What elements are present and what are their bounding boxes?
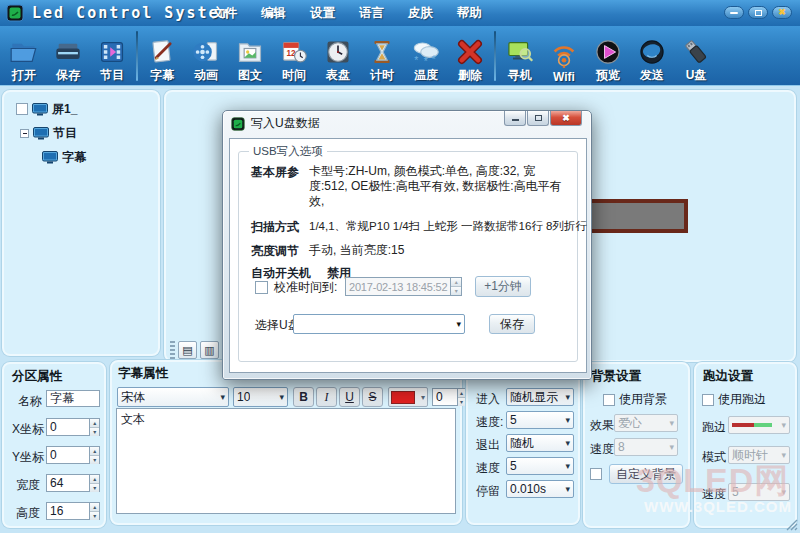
layout-columns-button[interactable]: ▥ [200, 341, 219, 359]
calibrate-datetime-field[interactable]: 2017-02-13 18:45:52 ▴▾ [345, 277, 462, 296]
tool-delete[interactable]: 删除 [448, 28, 492, 84]
spin-up-icon[interactable]: ▴ [451, 278, 461, 286]
subtitle-panel-title: 字幕属性 [118, 365, 168, 382]
usb-options-group: USB写入选项 基本屏参 卡型号:ZH-Um, 颜色模式:单色, 高度:32, … [238, 151, 578, 362]
tool-usb[interactable]: U盘 [674, 28, 718, 84]
tool-timer[interactable]: 计时 [360, 28, 404, 84]
menu-language[interactable]: 语言 [359, 5, 384, 22]
save-button[interactable]: 保存 [489, 314, 535, 334]
exit-speed-select[interactable]: 5▾ [506, 457, 574, 475]
tree-item-program[interactable]: 节目 [20, 124, 77, 142]
use-border-checkbox[interactable] [702, 394, 714, 406]
udisk-select[interactable]: ▾ [293, 314, 465, 334]
border-speed-select[interactable]: 5▾ [728, 483, 790, 501]
tool-clock-dial[interactable]: 表盘 [316, 28, 360, 84]
spin-up-icon[interactable]: ▴ [458, 389, 465, 397]
enter-speed-select[interactable]: 5▾ [506, 411, 574, 429]
minimize-icon [730, 12, 738, 14]
enter-effect-select[interactable]: 随机显示▾ [506, 388, 574, 406]
chevron-down-icon: ▾ [421, 393, 425, 402]
spin-up-icon[interactable]: ▴ [90, 503, 99, 511]
plus-one-minute-button[interactable]: +1分钟 [475, 276, 531, 297]
maximize-button[interactable] [748, 6, 768, 19]
titlebar: Led Control System 文件 编辑 设置 语言 皮肤 帮助 ✖ [0, 0, 800, 26]
tool-subtitle[interactable]: 字幕 [140, 28, 184, 84]
tool-time[interactable]: 12 时间 [272, 28, 316, 84]
underline-button[interactable]: U [339, 387, 360, 407]
font-family-select[interactable]: 宋体▾ [117, 387, 229, 407]
tool-program[interactable]: 节目 [90, 28, 134, 84]
calibrate-time-checkbox[interactable] [255, 281, 268, 294]
menu-edit[interactable]: 编辑 [261, 5, 286, 22]
subtitle-text-area[interactable]: 文本 [116, 408, 456, 514]
tree-item-screen1[interactable]: 屏1_ [16, 100, 77, 118]
width-stepper[interactable]: 64▴▾ [46, 474, 100, 492]
tool-graphics[interactable]: 图文 [228, 28, 272, 84]
spin-down-icon[interactable]: ▾ [90, 511, 99, 520]
height-stepper[interactable]: 16▴▾ [46, 502, 100, 520]
border-color-bar [732, 423, 772, 427]
bold-button[interactable]: B [293, 387, 314, 407]
group-title: USB写入选项 [249, 144, 327, 159]
tool-animation[interactable]: 动画 [184, 28, 228, 84]
close-button[interactable]: ✖ [772, 6, 792, 19]
font-color-picker[interactable]: ▾ [388, 387, 428, 407]
menu-settings[interactable]: 设置 [310, 5, 335, 22]
menu-file[interactable]: 文件 [212, 5, 237, 22]
spin-down-icon[interactable]: ▾ [90, 427, 99, 436]
spacing-stepper[interactable]: 0▴▾ [432, 388, 466, 406]
chevron-down-icon: ▾ [217, 392, 225, 402]
x-coordinate-stepper[interactable]: 0▴▾ [46, 418, 100, 436]
tool-preview[interactable]: 预览 [586, 28, 630, 84]
tool-temperature[interactable]: *** 温度 [404, 28, 448, 84]
dialog-close-button[interactable]: ✖ [550, 111, 582, 126]
chevron-down-icon: ▾ [562, 438, 570, 448]
chevron-down-icon: ▾ [778, 450, 786, 460]
custom-background-checkbox[interactable] [590, 468, 602, 480]
layout-rows-button[interactable]: ▤ [178, 341, 197, 359]
tree-item-subtitle[interactable]: 字幕 [42, 148, 86, 166]
spin-down-icon[interactable]: ▾ [90, 455, 99, 464]
field-label: 名称 [18, 393, 42, 410]
tree-item-label: 字幕 [62, 149, 86, 166]
custom-background-button[interactable]: 自定义背景 [609, 464, 683, 484]
tool-wifi[interactable]: Wifi [542, 28, 586, 84]
chevron-down-icon: ▾ [778, 420, 786, 430]
spin-down-icon[interactable]: ▾ [451, 286, 461, 295]
basic-params-label: 基本屏参 [251, 164, 299, 181]
menu-help[interactable]: 帮助 [457, 5, 482, 22]
spin-up-icon[interactable]: ▴ [90, 475, 99, 483]
stay-duration-select[interactable]: 0.010s▾ [506, 480, 574, 498]
font-size-select[interactable]: 10▾ [233, 387, 288, 407]
brightness-label: 亮度调节 [251, 243, 299, 260]
spin-up-icon[interactable]: ▴ [90, 419, 99, 427]
minimize-button[interactable] [724, 6, 744, 19]
delete-icon [456, 38, 484, 66]
dialog-minimize-button[interactable] [504, 111, 526, 126]
exit-effect-select[interactable]: 随机▾ [506, 434, 574, 452]
dialog-maximize-button[interactable] [527, 111, 549, 126]
spin-up-icon[interactable]: ▴ [90, 447, 99, 455]
tool-send[interactable]: 发送 [630, 28, 674, 84]
use-background-checkbox[interactable] [603, 394, 615, 406]
y-coordinate-stepper[interactable]: 0▴▾ [46, 446, 100, 464]
menu-skin[interactable]: 皮肤 [408, 5, 433, 22]
background-effect-select[interactable]: 爱心▾ [614, 414, 678, 432]
strike-button[interactable]: S [362, 387, 383, 407]
italic-button[interactable]: I [316, 387, 337, 407]
tree-checkbox[interactable] [16, 103, 28, 115]
tool-find-device[interactable]: 寻机 [498, 28, 542, 84]
run-border-label: 跑边 [702, 419, 726, 436]
effects-panel: 进入 随机显示▾ 速度: 5▾ 退出 随机▾ 速度 5▾ 停留 0.010s▾ [466, 362, 580, 525]
drag-handle[interactable] [170, 341, 175, 359]
border-style-select[interactable]: ▾ [728, 416, 790, 434]
name-input[interactable]: 字幕 [46, 390, 100, 407]
spin-down-icon[interactable]: ▾ [458, 397, 465, 406]
resize-grip[interactable] [785, 518, 798, 531]
spin-down-icon[interactable]: ▾ [90, 483, 99, 492]
background-speed-select[interactable]: 8▾ [614, 438, 678, 456]
tool-save[interactable]: 保存 [46, 28, 90, 84]
collapse-icon[interactable] [20, 129, 29, 138]
tool-open[interactable]: 打开 [2, 28, 46, 84]
border-mode-select[interactable]: 顺时针▾ [728, 446, 790, 464]
